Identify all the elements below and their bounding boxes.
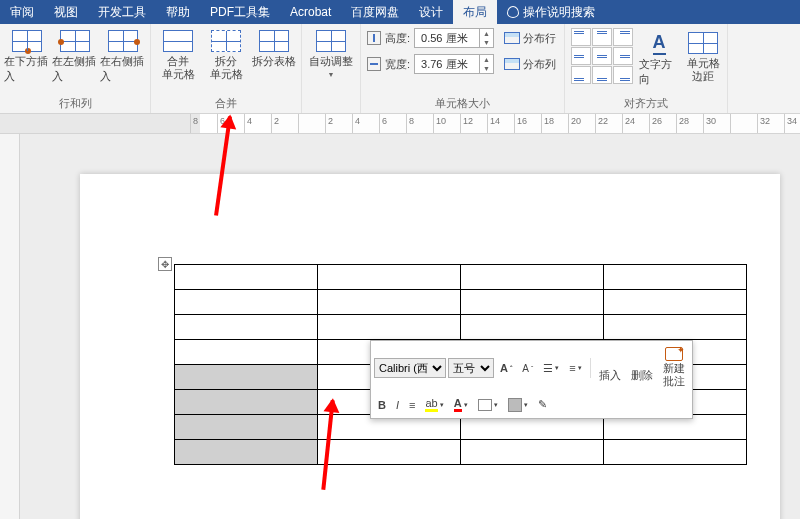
ribbon-tabs: 审阅 视图 开发工具 帮助 PDF工具集 Acrobat 百度网盘 设计 布局 … xyxy=(0,0,800,24)
tab-review[interactable]: 审阅 xyxy=(0,0,44,24)
bulb-icon xyxy=(507,6,519,18)
mini-toolbar: Calibri (西 五号 Aˆ Aˇ ☰▾ ≡▾ 插入 删除 ✦ 新建 批注 … xyxy=(370,340,693,419)
horizontal-ruler[interactable]: 8642246810121416182022242628303234 xyxy=(0,114,800,134)
tab-help[interactable]: 帮助 xyxy=(156,0,200,24)
mini-italic[interactable]: I xyxy=(392,396,403,414)
tellme-label: 操作说明搜索 xyxy=(523,4,595,21)
insert-left-button[interactable]: 在左侧插入 xyxy=(52,26,98,84)
split-table-icon xyxy=(259,30,289,52)
dist-cols-button[interactable]: 分布列 xyxy=(502,55,558,74)
dist-cols-label: 分布列 xyxy=(523,57,556,72)
mini-insert-icon xyxy=(601,354,619,368)
tab-devtools[interactable]: 开发工具 xyxy=(88,0,156,24)
mini-bold[interactable]: B xyxy=(374,396,390,414)
alignment-grid xyxy=(571,28,633,84)
shading-icon xyxy=(478,399,492,411)
insert-right-button[interactable]: 在右侧插入 xyxy=(100,26,146,84)
mini-font-select[interactable]: Calibri (西 xyxy=(374,358,446,378)
width-down-icon[interactable]: ▼ xyxy=(480,64,493,73)
merge-cells-button[interactable]: 合并 单元格 xyxy=(155,26,201,82)
split-table-button[interactable]: 拆分表格 xyxy=(251,26,297,82)
align-br[interactable] xyxy=(613,66,633,84)
dist-cols-icon xyxy=(504,58,520,70)
align-tl[interactable] xyxy=(571,28,591,46)
text-direction-icon: A xyxy=(653,32,666,55)
workspace: ✥ xyxy=(0,134,800,519)
split-table-label: 拆分表格 xyxy=(252,54,296,69)
mini-highlight[interactable]: ab▾ xyxy=(421,394,447,415)
cell-margin-button[interactable]: 单元格 边距 xyxy=(685,28,721,84)
dist-rows-icon xyxy=(504,32,520,44)
mini-format-painter[interactable]: ✎ xyxy=(534,395,551,414)
height-up-icon[interactable]: ▲ xyxy=(480,29,493,38)
width-up-icon[interactable]: ▲ xyxy=(480,55,493,64)
mini-new-comment-button[interactable]: ✦ 新建 批注 xyxy=(659,344,689,392)
insert-left-label: 在左侧插入 xyxy=(52,54,98,84)
cell-size-group-label: 单元格大小 xyxy=(367,96,558,113)
cell-margin-icon xyxy=(688,32,718,54)
mini-shrink-font[interactable]: Aˇ xyxy=(518,360,537,377)
width-icon xyxy=(367,57,381,71)
highlight-icon: ab xyxy=(425,397,437,412)
bullets-icon: ☰ xyxy=(543,362,553,375)
align-mc[interactable] xyxy=(592,47,612,65)
align-bc[interactable] xyxy=(592,66,612,84)
height-down-icon[interactable]: ▼ xyxy=(480,38,493,47)
align-bl[interactable] xyxy=(571,66,591,84)
width-value: 3.76 厘米 xyxy=(415,57,479,72)
mini-delete-button[interactable]: 删除 xyxy=(627,351,657,386)
vertical-ruler[interactable] xyxy=(0,134,20,519)
mini-font-color[interactable]: A▾ xyxy=(450,394,472,415)
mini-shading[interactable]: ▾ xyxy=(474,396,502,414)
autofit-dropdown-icon: ▼ xyxy=(328,71,335,78)
tab-layout[interactable]: 布局 xyxy=(453,0,497,24)
autofit-button[interactable]: 自动调整 ▼ xyxy=(306,26,356,78)
dist-rows-button[interactable]: 分布行 xyxy=(502,29,558,48)
height-icon xyxy=(367,31,381,45)
mini-align[interactable]: ≡ xyxy=(405,396,419,414)
insert-right-label: 在右侧插入 xyxy=(100,54,146,84)
split-cells-button[interactable]: 拆分 单元格 xyxy=(203,26,249,82)
cell-margin-label2: 边距 xyxy=(692,69,714,84)
mini-insert-button[interactable]: 插入 xyxy=(595,351,625,386)
mini-bullets[interactable]: ☰▾ xyxy=(539,359,563,378)
text-direction-button[interactable]: A 文字方向 xyxy=(639,28,679,87)
mini-insert-label: 插入 xyxy=(599,368,621,383)
mini-numbering[interactable]: ≡▾ xyxy=(565,359,585,377)
group-merge: 合并 单元格 拆分 单元格 拆分表格 合并 xyxy=(151,24,302,113)
mini-comment-label2: 批注 xyxy=(663,374,685,389)
group-rows-cols: 在下方插入 在左侧插入 在右侧插入 行和列 xyxy=(0,24,151,113)
width-label: 宽度: xyxy=(385,57,410,72)
mini-size-select[interactable]: 五号 xyxy=(448,358,494,378)
tab-view[interactable]: 视图 xyxy=(44,0,88,24)
tab-pdftools[interactable]: PDF工具集 xyxy=(200,0,280,24)
split-cells-label2: 单元格 xyxy=(210,67,243,82)
table-move-handle[interactable]: ✥ xyxy=(158,257,172,271)
insert-below-button[interactable]: 在下方插入 xyxy=(4,26,50,84)
height-spinner[interactable]: 0.56 厘米 ▲▼ xyxy=(414,28,494,48)
tab-design[interactable]: 设计 xyxy=(409,0,453,24)
group-autofit: 自动调整 ▼ xyxy=(302,24,361,113)
group-alignment: A 文字方向 单元格 边距 对齐方式 xyxy=(565,24,728,113)
comment-icon: ✦ xyxy=(665,347,683,361)
font-color-icon: A xyxy=(454,397,462,412)
rows-cols-group-label: 行和列 xyxy=(4,96,146,113)
height-label: 高度: xyxy=(385,31,410,46)
numbering-icon: ≡ xyxy=(569,362,575,374)
split-cells-icon xyxy=(211,30,241,52)
width-spinner[interactable]: 3.76 厘米 ▲▼ xyxy=(414,54,494,74)
tab-baidu[interactable]: 百度网盘 xyxy=(341,0,409,24)
ribbon: 在下方插入 在左侧插入 在右侧插入 行和列 合并 单元格 拆分 单元格 xyxy=(0,24,800,114)
insert-below-label: 在下方插入 xyxy=(4,54,50,84)
mini-grow-font[interactable]: Aˆ xyxy=(496,359,516,377)
mini-borders[interactable]: ▾ xyxy=(504,395,532,415)
tab-acrobat[interactable]: Acrobat xyxy=(280,0,341,24)
align-mr[interactable] xyxy=(613,47,633,65)
align-tr[interactable] xyxy=(613,28,633,46)
group-cell-size: 高度: 0.56 厘米 ▲▼ 分布行 宽度: 3.76 厘米 xyxy=(361,24,565,113)
tab-tellme[interactable]: 操作说明搜索 xyxy=(497,0,605,24)
align-ml[interactable] xyxy=(571,47,591,65)
merge-group-label: 合并 xyxy=(155,96,297,113)
borders-icon xyxy=(508,398,522,412)
align-tc[interactable] xyxy=(592,28,612,46)
